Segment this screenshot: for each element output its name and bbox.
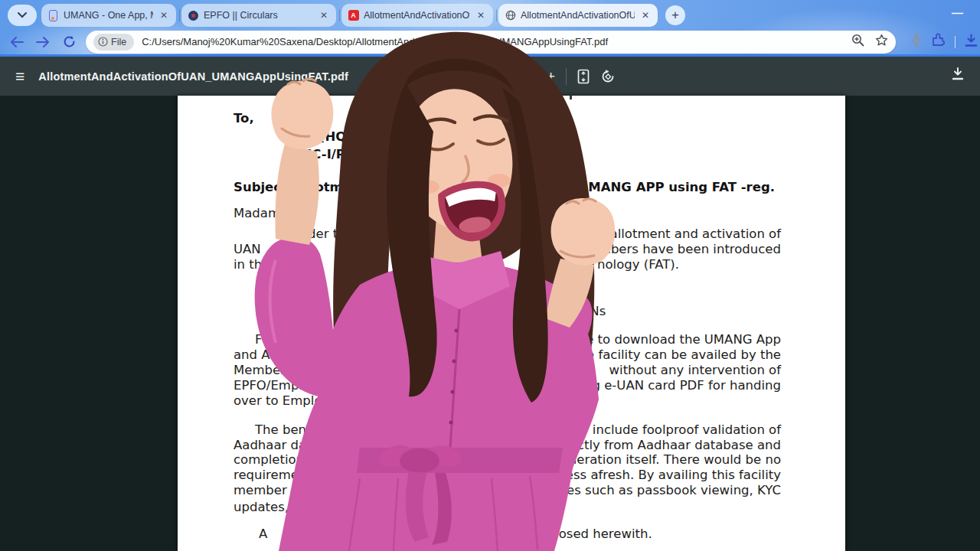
tab-search-button[interactable] — [8, 5, 37, 26]
tab-separator — [496, 9, 497, 21]
tab-pdf-viewer-active[interactable]: AllotmentAndActivationOfUAN ✕ — [498, 4, 658, 27]
tab-close-icon[interactable]: ✕ — [158, 10, 170, 21]
pdf-download-button[interactable] — [951, 67, 965, 84]
tab-separator — [339, 9, 340, 21]
pdf-file-icon: A — [348, 10, 359, 21]
tab-title: UMANG - One App, Many Gove — [64, 10, 153, 21]
tab-title: AllotmentAndActivationOfUAN — [521, 10, 635, 21]
downloads-icon[interactable] — [965, 34, 978, 51]
back-button[interactable] — [8, 33, 26, 51]
globe-icon — [505, 10, 516, 21]
umang-app-icon — [47, 10, 59, 21]
toolbar-separator — [955, 36, 956, 48]
info-icon — [98, 37, 108, 47]
forward-button[interactable] — [34, 33, 52, 51]
chip-label: File — [111, 37, 126, 47]
tab-close-icon[interactable]: ✕ — [475, 10, 487, 21]
url-scheme-chip[interactable]: File — [93, 34, 134, 51]
reload-button[interactable] — [60, 33, 78, 51]
pdf-menu-icon[interactable]: ≡ — [15, 68, 24, 84]
tab-title: EPFO || Circulars — [204, 10, 313, 21]
tab-umang[interactable]: UMANG - One App, Many Gove ✕ — [41, 4, 176, 27]
tab-epfo-circulars[interactable]: EPFO || Circulars ✕ — [181, 4, 336, 27]
bookmark-star-icon[interactable] — [875, 34, 888, 50]
tab-separator — [179, 9, 180, 21]
extensions-icon[interactable] — [931, 33, 946, 51]
tab-pdf-acrobat[interactable]: A AllotmentAndActivationOfUAN ✕ — [341, 4, 493, 27]
new-tab-button[interactable]: + — [665, 5, 685, 25]
document-text-fragment: allotment and activation of — [610, 227, 781, 242]
tab-strip: UMANG - One App, Many Gove ✕ EPFO || Cir… — [0, 0, 980, 29]
tab-close-icon[interactable]: ✕ — [639, 10, 652, 21]
excited-woman-cutout-photo — [245, 31, 628, 551]
tab-title: AllotmentAndActivationOfUAN — [364, 10, 470, 21]
epfo-logo-icon — [188, 10, 199, 21]
document-text-fragment: without any intervention of — [609, 363, 781, 378]
chevron-down-icon — [18, 12, 27, 18]
tab-close-icon[interactable]: ✕ — [318, 10, 330, 21]
microphone-icon[interactable] — [911, 33, 922, 51]
zoom-page-icon[interactable] — [851, 34, 864, 50]
window-minimize-button[interactable]: — — [952, 6, 963, 19]
